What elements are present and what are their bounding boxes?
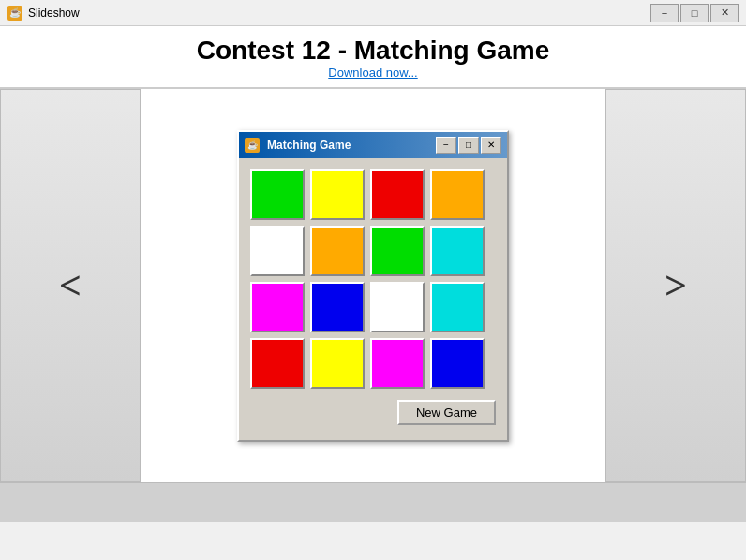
color-cell-11[interactable]	[430, 282, 485, 332]
matching-game-window: ☕ Matching Game − □ ✕ New Game	[237, 130, 509, 442]
window-title-bar: ☕ Slideshow − □ ✕	[0, 0, 746, 26]
next-slide-button[interactable]: >	[605, 89, 746, 482]
color-cell-8[interactable]	[250, 282, 305, 332]
window-controls: − □ ✕	[650, 4, 739, 22]
java-window-title: Matching Game	[267, 139, 428, 152]
prev-slide-button[interactable]: <	[0, 89, 141, 482]
color-cell-9[interactable]	[310, 282, 365, 332]
color-cell-15[interactable]	[430, 338, 485, 389]
color-cell-5[interactable]	[310, 226, 365, 276]
bottom-bar	[0, 482, 746, 522]
page-title: Contest 12 - Matching Game	[0, 36, 746, 66]
color-grid	[250, 169, 496, 389]
color-cell-0[interactable]	[250, 169, 305, 220]
color-cell-2[interactable]	[370, 169, 425, 220]
java-minimize-button[interactable]: −	[436, 137, 456, 154]
color-cell-6[interactable]	[370, 226, 425, 276]
prev-arrow-icon: <	[59, 263, 82, 308]
color-cell-10[interactable]	[370, 282, 425, 332]
new-game-button[interactable]: New Game	[397, 400, 496, 425]
app-title: Slideshow	[28, 7, 645, 20]
minimize-button[interactable]: −	[650, 4, 679, 22]
slide-content: ☕ Matching Game − □ ✕ New Game	[141, 89, 605, 482]
close-button[interactable]: ✕	[710, 4, 739, 22]
java-close-button[interactable]: ✕	[481, 137, 501, 154]
color-cell-7[interactable]	[430, 226, 485, 276]
maximize-button[interactable]: □	[680, 4, 709, 22]
color-cell-4[interactable]	[250, 226, 305, 276]
java-maximize-button[interactable]: □	[458, 137, 479, 154]
app-icon: ☕	[7, 6, 22, 21]
game-footer: New Game	[250, 400, 496, 429]
content-area: < ☕ Matching Game − □ ✕ New Ga	[0, 89, 746, 482]
java-title-bar: ☕ Matching Game − □ ✕	[239, 132, 507, 158]
color-cell-14[interactable]	[370, 338, 425, 389]
download-link[interactable]: Download now...	[0, 66, 746, 80]
game-body: New Game	[239, 158, 507, 440]
java-app-icon: ☕	[245, 138, 260, 153]
color-cell-13[interactable]	[310, 338, 365, 389]
color-cell-1[interactable]	[310, 169, 365, 220]
main-header: Contest 12 - Matching Game Download now.…	[0, 26, 746, 89]
color-cell-12[interactable]	[250, 338, 305, 389]
color-cell-3[interactable]	[430, 169, 485, 220]
next-arrow-icon: >	[664, 263, 687, 308]
java-window-controls: − □ ✕	[436, 137, 501, 154]
